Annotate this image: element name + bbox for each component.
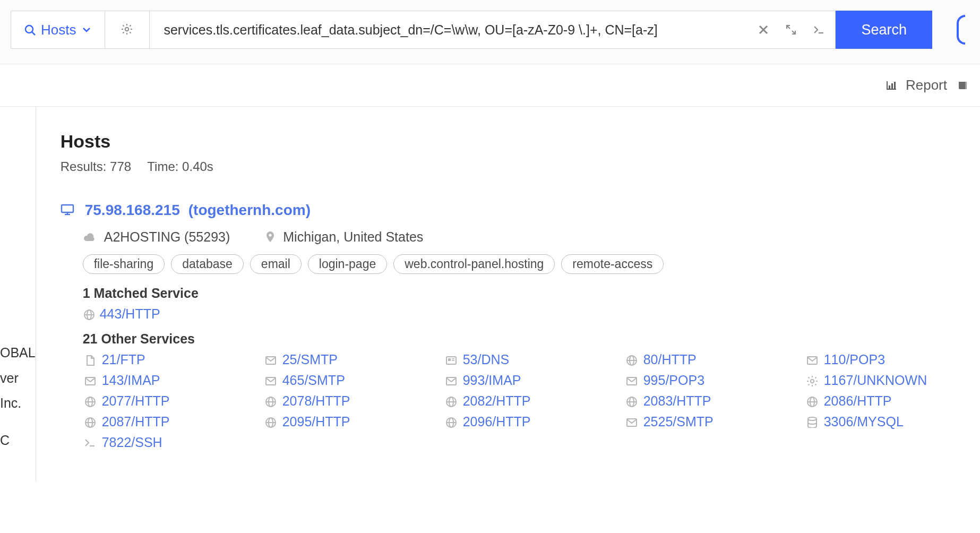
database-icon <box>805 416 819 428</box>
service-link[interactable]: 1167/UNKNOWN <box>824 373 927 388</box>
service-item: 2078/HTTP <box>263 393 444 409</box>
host-title-link[interactable]: 75.98.168.215 (togethernh.com) <box>61 202 980 219</box>
service-link[interactable]: 21/FTP <box>102 352 145 367</box>
tag[interactable]: file-sharing <box>83 254 165 274</box>
envelope-icon <box>444 375 458 386</box>
service-link[interactable]: 2083/HTTP <box>643 393 711 409</box>
service-link[interactable]: 143/IMAP <box>102 373 160 388</box>
host-subline: A2HOSTING (55293) Michigan, United State… <box>83 229 980 245</box>
envelope-icon <box>805 354 819 366</box>
docs-button[interactable] <box>957 80 969 91</box>
raw-query-button[interactable] <box>813 24 826 36</box>
envelope-icon <box>83 375 97 386</box>
right-edge-decor <box>957 11 969 49</box>
report-label: Report <box>906 77 947 93</box>
results-time: Time: 0.40s <box>147 159 213 174</box>
service-item: 1167/UNKNOWN <box>805 373 980 388</box>
service-link[interactable]: 2078/HTTP <box>282 393 350 409</box>
matched-services-label: 1 Matched Service <box>83 286 980 301</box>
service-item: 80/HTTP <box>624 352 805 367</box>
service-link[interactable]: 993/IMAP <box>463 373 521 388</box>
expand-button[interactable] <box>785 24 797 36</box>
service-item: 2096/HTTP <box>444 414 624 429</box>
service-item: 2077/HTTP <box>83 393 263 409</box>
service-link[interactable]: 2086/HTTP <box>824 393 892 409</box>
service-link[interactable]: 7822/SSH <box>102 435 162 450</box>
tag[interactable]: database <box>171 254 244 274</box>
service-item: 3306/MYSQL <box>805 414 980 429</box>
service-item: 2083/HTTP <box>624 393 805 409</box>
monitor-icon <box>61 203 76 217</box>
host-tags: file-sharingdatabaseemaillogin-pageweb.c… <box>83 254 980 274</box>
host-domain: (togethernh.com) <box>188 202 311 219</box>
tag[interactable]: email <box>250 254 302 274</box>
service-link[interactable]: 3306/MYSQL <box>824 414 904 429</box>
service-link[interactable]: 110/POP3 <box>824 352 885 367</box>
sidebar-fragment: C <box>0 428 36 453</box>
service-link[interactable]: 2077/HTTP <box>102 393 170 409</box>
service-item: 995/POP3 <box>624 373 805 388</box>
search-icon <box>24 24 36 36</box>
envelope-icon <box>263 375 277 386</box>
envelope-icon <box>263 354 277 366</box>
service-item: 7822/SSH <box>83 435 263 450</box>
service-link[interactable]: 2082/HTTP <box>463 393 531 409</box>
service-link[interactable]: 2095/HTTP <box>282 414 350 429</box>
gear-icon <box>805 375 819 386</box>
service-link[interactable]: 2525/SMTP <box>643 414 713 429</box>
service-link[interactable]: 443/HTTP <box>100 306 160 322</box>
results-count: Results: 778 <box>61 159 131 174</box>
chevron-down-icon <box>81 24 92 35</box>
host-ip: 75.98.168.215 <box>85 202 180 219</box>
file-icon <box>83 354 97 366</box>
service-item: 53/DNS <box>444 352 624 367</box>
scope-dropdown[interactable]: Hosts <box>11 11 105 49</box>
matched-service: 443/HTTP <box>83 306 980 322</box>
globe-icon <box>263 396 277 407</box>
service-item: 465/SMTP <box>263 373 444 388</box>
tag[interactable]: web.control-panel.hosting <box>393 254 555 274</box>
service-item: 993/IMAP <box>444 373 624 388</box>
globe-icon <box>444 396 458 407</box>
other-services-label: 21 Other Services <box>83 331 980 347</box>
service-link[interactable]: 2096/HTTP <box>463 414 531 429</box>
globe-icon <box>83 416 97 428</box>
gear-icon <box>121 23 134 37</box>
cloud-icon <box>83 231 97 243</box>
results-content: Hosts Results: 778 Time: 0.40s 75.98.168… <box>36 107 980 482</box>
service-link[interactable]: 2087/HTTP <box>102 414 170 429</box>
host-location: Michigan, United States <box>283 229 423 245</box>
service-item: 2525/SMTP <box>624 414 805 429</box>
search-input-wrap <box>150 11 836 49</box>
service-item: 2087/HTTP <box>83 414 263 429</box>
book-icon <box>957 80 969 91</box>
sidebar-fragment: OBAL <box>0 340 36 366</box>
globe-icon <box>83 308 94 320</box>
terminal-icon <box>83 437 97 449</box>
close-icon <box>758 24 769 36</box>
tag[interactable]: login-page <box>308 254 387 274</box>
host-asn: A2HOSTING (55293) <box>104 229 230 245</box>
service-item: 2086/HTTP <box>805 393 980 409</box>
tag[interactable]: remote-access <box>561 254 664 274</box>
service-item: 21/FTP <box>83 352 263 367</box>
service-link[interactable]: 995/POP3 <box>643 373 704 388</box>
clear-button[interactable] <box>758 24 769 36</box>
envelope-icon <box>624 375 638 386</box>
globe-icon <box>624 396 638 407</box>
sidebar-fragment: ver Inc. <box>0 366 36 416</box>
search-button[interactable]: Search <box>836 11 932 49</box>
report-link[interactable]: Report <box>886 77 947 93</box>
service-link[interactable]: 80/HTTP <box>643 352 697 367</box>
service-link[interactable]: 25/SMTP <box>282 352 338 367</box>
search-input[interactable] <box>164 22 748 38</box>
expand-icon <box>785 24 797 36</box>
page-title: Hosts <box>61 131 980 152</box>
service-link[interactable]: 53/DNS <box>463 352 510 367</box>
service-item: 2095/HTTP <box>263 414 444 429</box>
location-pin-icon <box>264 230 276 244</box>
service-link[interactable]: 465/SMTP <box>282 373 345 388</box>
search-input-actions <box>748 24 826 36</box>
service-item: 143/IMAP <box>83 373 263 388</box>
settings-button[interactable] <box>105 11 150 49</box>
